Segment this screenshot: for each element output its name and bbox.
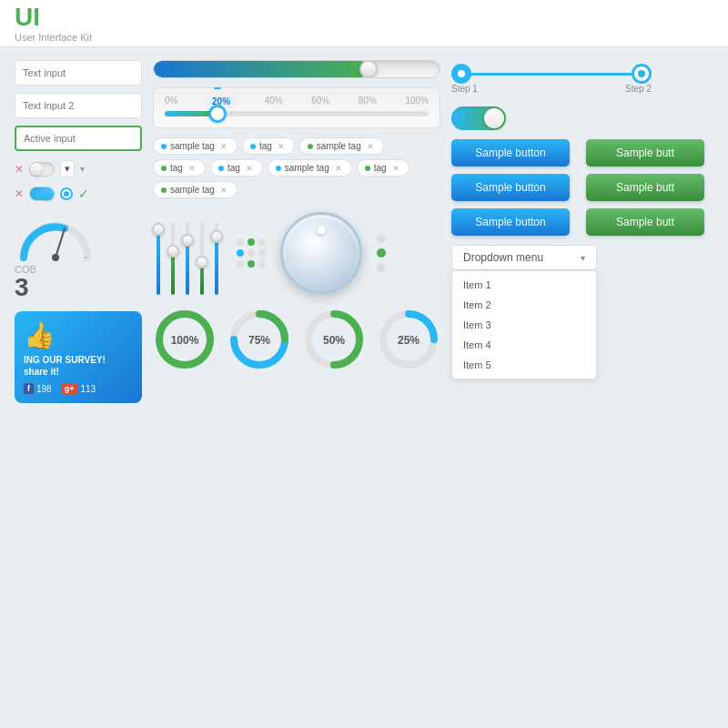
- tag-close-1[interactable]: ✕: [220, 142, 228, 151]
- sample-button-6[interactable]: Sample butt: [586, 208, 704, 236]
- range-labels: 0% 20% 40% 60% 80% 100%: [165, 96, 429, 107]
- donut-chart-25: 25%: [377, 308, 440, 371]
- sample-button-5[interactable]: Sample button: [451, 208, 570, 236]
- dot-6: [258, 249, 266, 257]
- left-column: ✕ ▾ ▾ ✕ ✓: [15, 60, 142, 715]
- tags-container: sample tag ✕ tag ✕ sample tag ✕ tag ✕ ta…: [153, 137, 440, 198]
- tag-5[interactable]: tag ✕: [210, 159, 263, 177]
- text-input-1[interactable]: [15, 60, 142, 86]
- sample-button-1[interactable]: Sample button: [451, 139, 570, 167]
- dot-9: [258, 260, 266, 268]
- tag-label-1: sample tag: [170, 141, 215, 151]
- tag-7[interactable]: tag ✕: [357, 159, 410, 177]
- eq-track-5: [215, 222, 218, 295]
- toggle-1[interactable]: [29, 162, 55, 177]
- check-icon: ✓: [78, 187, 89, 201]
- range-label-2: 40%: [265, 96, 283, 107]
- eq-knob-2[interactable]: [167, 245, 179, 258]
- tag-close-4[interactable]: ✕: [188, 164, 196, 173]
- step-1-label: Step 1: [451, 84, 478, 94]
- extra-dot-2: [377, 248, 386, 258]
- step-circle-2[interactable]: [632, 64, 652, 84]
- step-indicator: [451, 64, 652, 84]
- thumbs-up-icon: 👍: [24, 320, 133, 350]
- tag-label-5: tag: [228, 163, 240, 173]
- right-column: Step 1 Step 2 Sample button Sample butt …: [451, 60, 713, 715]
- dropdown-item-4[interactable]: Item 4: [452, 335, 596, 355]
- donut-100: 100%: [153, 308, 217, 371]
- logo-text: UI: [15, 5, 92, 30]
- tag-sample-1[interactable]: sample tag ✕: [153, 137, 238, 155]
- eq-knob-5[interactable]: [210, 230, 223, 243]
- eq-bar-4[interactable]: [200, 211, 204, 295]
- sample-button-3[interactable]: Sample button: [451, 174, 570, 201]
- eq-track-3: [186, 222, 189, 295]
- toggle-row-1: ✕ ▾ ▾: [15, 160, 142, 177]
- eq-fill-1: [157, 229, 160, 295]
- eq-fill-5: [215, 237, 218, 295]
- radio-btn-selected[interactable]: [60, 187, 73, 200]
- toggle-2[interactable]: [29, 187, 55, 201]
- eq-bar-2[interactable]: [171, 211, 175, 295]
- gauge-svg: [15, 212, 96, 262]
- dropdown-small-1[interactable]: ▾: [60, 160, 75, 177]
- range-label-4: 80%: [359, 96, 377, 107]
- cob-value: 3: [15, 275, 29, 300]
- gauge-wrap: COB 3: [15, 212, 142, 300]
- sample-button-4[interactable]: Sample butt: [586, 174, 704, 201]
- progress-bar[interactable]: [153, 60, 440, 78]
- text-input-active[interactable]: [15, 126, 142, 151]
- tag-dot-green-7: [365, 166, 370, 171]
- eq-knob-3[interactable]: [181, 234, 194, 247]
- eq-knob-1[interactable]: [152, 223, 165, 236]
- tag-dot-green-8: [161, 187, 167, 193]
- eq-knob-4[interactable]: [196, 256, 208, 268]
- tag-close-5[interactable]: ✕: [246, 164, 253, 173]
- rotary-knob[interactable]: [280, 212, 362, 294]
- tag-2[interactable]: tag ✕: [242, 137, 295, 155]
- range-label-3: 60%: [311, 96, 329, 107]
- dot-3: [258, 238, 266, 246]
- facebook-counter[interactable]: f 198: [24, 383, 52, 394]
- text-input-2[interactable]: [15, 93, 142, 118]
- dropdown-item-1[interactable]: Item 1: [452, 275, 596, 295]
- tag-close-6[interactable]: ✕: [335, 164, 342, 173]
- tag-sample-6[interactable]: sample tag ✕: [268, 159, 352, 177]
- dot-4: [237, 249, 244, 257]
- tag-close-2[interactable]: ✕: [278, 142, 285, 151]
- google-plus-counter[interactable]: g+ 113: [61, 383, 96, 394]
- donut-50: 50%: [302, 308, 366, 371]
- tag-label-4: tag: [170, 163, 183, 173]
- tag-close-3[interactable]: ✕: [367, 142, 374, 151]
- tag-dot-blue-1: [161, 144, 167, 149]
- eq-fill-3: [186, 240, 189, 295]
- donut-charts-row: 100% 75% 50%: [153, 308, 440, 371]
- gp-count: 113: [80, 384, 96, 394]
- range-track[interactable]: [165, 111, 429, 116]
- step-dot-1: [458, 70, 465, 77]
- tag-sample-8[interactable]: sample tag ✕: [153, 181, 238, 198]
- step-circle-1[interactable]: [451, 64, 471, 84]
- range-slider-wrap: 0% 20% 40% 60% 80% 100%: [153, 87, 440, 128]
- eq-bar-1[interactable]: [157, 211, 160, 295]
- tag-sample-3[interactable]: sample tag ✕: [299, 137, 384, 155]
- eq-bar-3[interactable]: [186, 211, 189, 295]
- social-title: ING OUR SURVEY! share it!: [24, 354, 133, 378]
- tag-close-8[interactable]: ✕: [220, 186, 228, 195]
- tag-dot-green-3: [308, 144, 313, 149]
- dropdown-item-5[interactable]: Item 5: [452, 355, 596, 375]
- caret-1: ▾: [80, 164, 85, 174]
- tag-close-7[interactable]: ✕: [392, 164, 399, 173]
- dropdown-item-3[interactable]: Item 3: [452, 315, 596, 335]
- tag-4[interactable]: tag ✕: [153, 159, 206, 177]
- step-line: [471, 73, 632, 76]
- dot-grid: [237, 238, 266, 268]
- dropdown-btn[interactable]: Dropdown menu ▾: [451, 245, 597, 270]
- eq-fill-2: [171, 251, 175, 295]
- dropdown-item-2[interactable]: Item 2: [452, 295, 596, 315]
- eq-bar-5[interactable]: [215, 211, 218, 295]
- range-thumb[interactable]: [208, 105, 227, 123]
- sample-button-2[interactable]: Sample butt: [586, 139, 704, 167]
- progress-knob[interactable]: [359, 60, 378, 78]
- toggle-switch-main[interactable]: [451, 106, 506, 130]
